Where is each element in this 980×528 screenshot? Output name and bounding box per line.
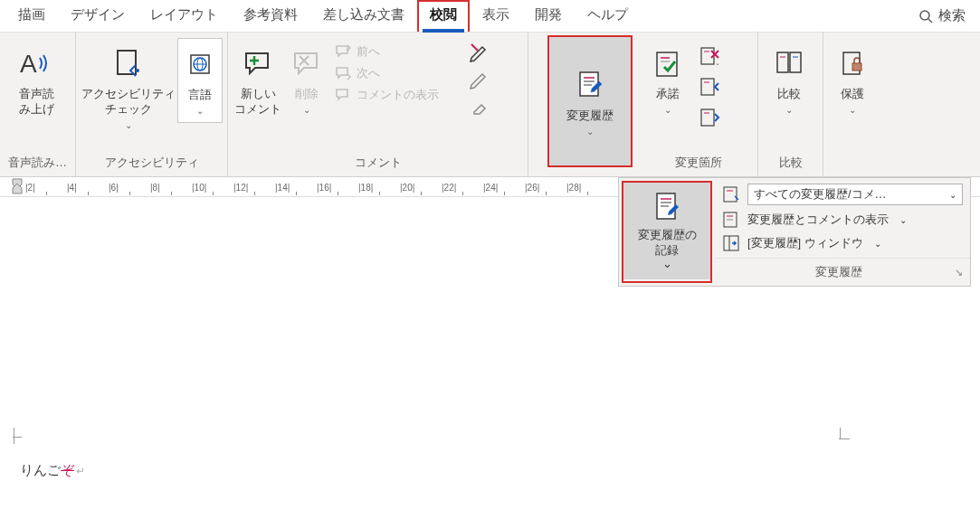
text-struck: ぞ	[61, 462, 74, 477]
ink-tools-col	[463, 38, 496, 121]
ruler-minor-tick	[254, 184, 255, 197]
next-comment-icon	[335, 65, 351, 81]
ruler-tick: |10|	[192, 178, 206, 196]
combo-caret-icon: ⌄	[949, 190, 956, 200]
search-box[interactable]: 検索	[904, 0, 980, 32]
tab-draw[interactable]: 描画	[5, 0, 58, 32]
comment-nav-col: 前へ 次へ コメントの表示	[329, 38, 463, 108]
ruler-minor-tick	[129, 184, 130, 197]
new-comment-label: 新しい コメント	[234, 87, 281, 118]
ruler-tick: |4|	[67, 178, 77, 196]
caret-icon: ⌄	[785, 104, 793, 116]
tab-developer[interactable]: 開発	[522, 0, 575, 32]
read-aloud-icon: A	[18, 43, 54, 83]
dialog-launcher-icon[interactable]: ↘	[955, 267, 963, 278]
compare-label: 比較	[777, 87, 801, 102]
next-change-icon[interactable]	[699, 107, 720, 128]
ruler-minor-tick	[546, 184, 547, 197]
display-review-icon	[722, 185, 740, 203]
show-markup-button[interactable]: 変更履歴とコメントの表示 ⌄	[722, 211, 963, 229]
accessibility-icon	[110, 43, 147, 83]
svg-point-4	[136, 69, 139, 72]
delete-comment-icon	[290, 43, 323, 83]
track-changes-label: 変更履歴	[566, 108, 614, 124]
ruler-minor-tick	[46, 184, 47, 197]
ribbon-body: A 音声読 み上げ 音声読み… アクセシビリティ チェック ⌄ 言語 ⌄	[0, 33, 980, 177]
page-boundary	[0, 428, 837, 446]
language-button[interactable]: 言語 ⌄	[177, 38, 223, 123]
caret-icon: ⌄	[303, 104, 310, 116]
group-comments: 新しい コメント 削除 ⌄ 前へ 次へ	[228, 33, 528, 176]
new-comment-button[interactable]: 新しい コメント	[232, 38, 284, 123]
tab-design[interactable]: デザイン	[58, 0, 138, 32]
pen-ink-icon[interactable]	[469, 42, 490, 63]
display-for-review-row[interactable]: すべての変更履歴/コメ… ⌄	[722, 184, 963, 205]
reject-icon[interactable]: ⌄	[699, 45, 720, 67]
show-comments-icon	[335, 87, 351, 103]
reviewing-pane-button[interactable]: [変更履歴] ウィンドウ ⌄	[722, 234, 963, 252]
group-changes-label: 変更箇所	[642, 151, 754, 176]
show-markup-label: 変更履歴とコメントの表示	[747, 212, 889, 228]
svg-point-0	[920, 11, 929, 20]
read-aloud-label: 音声読 み上げ	[19, 87, 54, 118]
ruler-tick: |24|	[483, 178, 498, 196]
group-tracking: 変更履歴 ⌄	[545, 33, 639, 176]
protect-button[interactable]: 保護 ⌄	[827, 38, 878, 121]
search-icon	[918, 9, 933, 24]
prev-comment-button[interactable]: 前へ	[331, 42, 461, 61]
track-changes-button[interactable]: 変更履歴 ⌄	[547, 35, 633, 167]
eraser-icon[interactable]	[469, 96, 490, 118]
ruler-tick: |26|	[525, 178, 539, 196]
track-record-label: 変更履歴の 記録	[638, 228, 697, 259]
show-comments-button[interactable]: コメントの表示	[331, 85, 461, 105]
group-accessibility: アクセシビリティ チェック ⌄ 言語 ⌄ アクセシビリティ	[76, 33, 228, 176]
protect-icon	[836, 43, 869, 83]
delete-comment-button[interactable]: 削除 ⌄	[284, 38, 329, 121]
caret-icon: ⌄	[899, 215, 907, 225]
next-comment-button[interactable]: 次へ	[331, 63, 461, 83]
track-changes-record-button[interactable]: 変更履歴の 記録 ⌄	[623, 183, 710, 279]
ribbon-tabs: 描画 デザイン レイアウト 参考資料 差し込み文書 校閲 表示 開発 ヘルプ 検…	[0, 0, 980, 33]
text-normal: りんご	[20, 462, 61, 477]
indent-marker[interactable]	[11, 177, 24, 195]
group-protect-label	[827, 154, 881, 176]
tab-layout[interactable]: レイアウト	[138, 0, 231, 32]
search-label: 検索	[938, 7, 966, 24]
tab-help[interactable]: ヘルプ	[575, 0, 641, 32]
accept-button[interactable]: 承諾 ⌄	[642, 38, 693, 121]
tab-view[interactable]: 表示	[470, 0, 522, 32]
svg-rect-26	[701, 79, 714, 95]
svg-rect-35	[852, 63, 861, 71]
accept-icon	[652, 43, 684, 83]
tab-review[interactable]: 校閲	[417, 0, 470, 32]
track-changes-dropdown: 変更履歴の 記録 ⌄ すべての変更履歴/コメ… ⌄ 変更履歴とコメントの表示 ⌄	[618, 177, 971, 287]
group-speech: A 音声読 み上げ 音声読み…	[0, 33, 76, 176]
next-comment-label: 次へ	[357, 65, 380, 81]
paragraph-mark-icon: ↵	[76, 465, 85, 477]
accessibility-check-button[interactable]: アクセシビリティ チェック ⌄	[80, 38, 177, 137]
caret-icon: ⌄	[849, 104, 856, 116]
delete-label: 削除	[295, 87, 319, 102]
ruler-tick: |8|	[150, 178, 160, 196]
pencil-icon[interactable]	[469, 69, 490, 90]
ruler-minor-tick	[171, 184, 172, 197]
tab-mailings[interactable]: 差し込み文書	[310, 0, 417, 32]
prev-change-icon[interactable]	[699, 76, 720, 98]
read-aloud-button[interactable]: A 音声読 み上げ	[4, 38, 69, 123]
display-for-review-combo[interactable]: すべての変更履歴/コメ… ⌄	[747, 184, 963, 205]
show-comments-label: コメントの表示	[357, 87, 439, 103]
ruler-minor-tick	[338, 184, 338, 197]
language-label: 言語	[188, 88, 212, 103]
document-text[interactable]: りんごぞ↵	[20, 462, 85, 479]
tab-references[interactable]: 参考資料	[231, 0, 310, 32]
language-icon	[186, 44, 214, 84]
svg-rect-40	[724, 187, 737, 202]
svg-rect-30	[777, 52, 788, 72]
compare-button[interactable]: 比較 ⌄	[762, 38, 816, 121]
svg-rect-31	[790, 52, 801, 72]
ruler-minor-tick	[421, 184, 422, 197]
combo-value: すべての変更履歴/コメ…	[754, 186, 887, 203]
svg-rect-3	[118, 51, 136, 74]
caret-icon: ⌄	[874, 239, 881, 249]
ruler-tick: |18|	[358, 178, 373, 196]
